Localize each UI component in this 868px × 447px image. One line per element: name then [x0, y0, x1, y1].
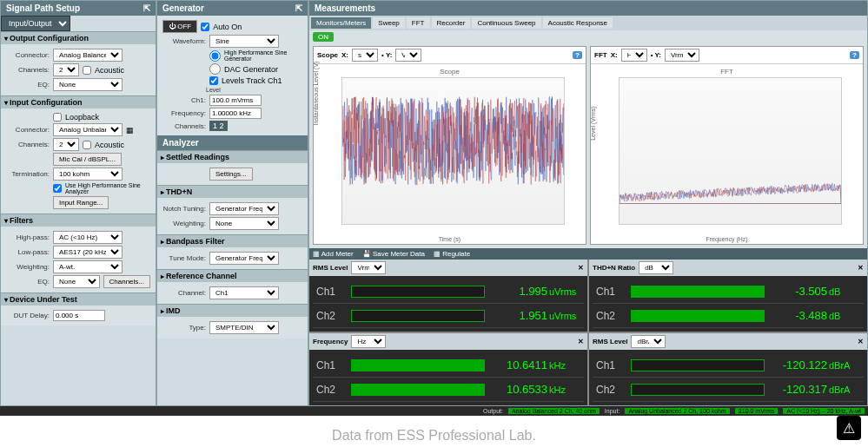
meter-bar [351, 310, 485, 322]
output-config-header[interactable]: Output Configuration [1, 31, 156, 44]
meter-unit: uVrms [549, 311, 584, 321]
mic-cal-button[interactable]: Mic Cal / dBSPL... [53, 153, 122, 166]
thdn-header[interactable]: THD+N [157, 185, 308, 198]
wt-label: Weighting: [6, 263, 50, 271]
in-connector-label: Connector: [6, 126, 50, 134]
out-connector-select[interactable]: Analog Balanced [53, 49, 123, 62]
meter-value: -120.317 [768, 383, 829, 396]
dac-label: DAC Generator [224, 65, 278, 74]
filters-header[interactable]: Filters [1, 214, 156, 227]
levels-track-check[interactable] [209, 76, 218, 85]
scope-chart-title: Scope [317, 68, 582, 76]
loopback-check[interactable] [53, 113, 62, 122]
feq-select[interactable]: None [53, 275, 100, 288]
meter-ch-label: Ch2 [593, 384, 627, 396]
hp-select[interactable]: AC (<10 Hz) [53, 231, 123, 244]
out-eq-select[interactable]: None [53, 78, 123, 91]
notch-select[interactable]: Generator Frequency [209, 202, 279, 215]
meter-ch-label: Ch1 [593, 359, 627, 371]
meter-rms2-unit[interactable]: dBrA [631, 335, 666, 348]
thdn-wt-select[interactable]: None [209, 217, 279, 230]
help-icon[interactable]: ? [573, 51, 582, 59]
io-mode-select[interactable]: Input/Output [1, 16, 70, 31]
tab-monitors[interactable]: Monitors/Meters [311, 17, 371, 29]
imd-type-select[interactable]: SMPTE/DIN [209, 321, 279, 334]
tab-sweep[interactable]: Sweep [373, 17, 404, 29]
ref-ch-select[interactable]: Ch1 [209, 286, 279, 299]
hpa-check[interactable] [53, 184, 62, 193]
measurements-panel: Measurements Monitors/Meters Sweep FFT R… [308, 0, 868, 406]
out-channels-label: Channels: [6, 66, 50, 74]
popout-icon[interactable]: ⇱ [295, 3, 302, 13]
dut-delay-input[interactable] [53, 310, 105, 321]
waveform-select[interactable]: Sine [209, 35, 279, 48]
alert-icon[interactable]: ⚠ [837, 416, 861, 440]
input-range-button[interactable]: Input Range... [53, 196, 109, 209]
hp-sine-radio[interactable] [209, 50, 221, 62]
meter-unit: kHz [549, 360, 584, 371]
gen-freq-input[interactable] [209, 108, 262, 119]
generator-panel: Generator⇱ ⏻ OFFAuto On Waveform:Sine Hi… [156, 0, 308, 406]
close-icon[interactable]: ✕ [858, 338, 864, 345]
app-window: Signal Path Setup ⇱ Input/Output Output … [0, 0, 868, 406]
in-channels-select[interactable]: 2 [53, 138, 79, 151]
meter-rms-unit[interactable]: Vrms [351, 261, 386, 274]
gen-channels-label: Channels: [162, 122, 206, 130]
meter-rms: RMS LevelVrms✕ Ch11.995uVrms Ch21.951uVr… [309, 260, 587, 332]
meter-unit: dB [829, 286, 864, 297]
meter-freq-unit[interactable]: Hz [351, 335, 386, 348]
meter-value: 10.6533 [488, 383, 549, 396]
out-channels-select[interactable]: 2 [53, 63, 79, 76]
help-icon[interactable]: ? [850, 51, 859, 59]
tab-fft[interactable]: FFT [407, 17, 430, 29]
imd-header[interactable]: IMD [157, 304, 308, 317]
wt-select[interactable]: A-wt. [53, 260, 123, 273]
close-icon[interactable]: ✕ [858, 264, 864, 272]
close-icon[interactable]: ✕ [578, 264, 584, 272]
fft-y-select[interactable]: Vrms [665, 49, 699, 62]
scope-ylabel: Instantaneous Level (V) [313, 61, 319, 125]
gen-ch1-input[interactable] [209, 95, 262, 106]
scope-plot[interactable] [341, 77, 565, 225]
popout-icon[interactable]: ⇱ [143, 3, 150, 13]
meter-thdn-unit[interactable]: dB [639, 261, 673, 274]
save-meter-button[interactable]: 💾 Save Meter Data [362, 250, 425, 258]
fft-x-select[interactable]: Hz [621, 49, 647, 62]
dac-radio[interactable] [209, 63, 221, 75]
dut-header[interactable]: Device Under Test [1, 293, 156, 306]
status-bar: Output: Analog Balanced 2 Ch, 40 ohm Inp… [0, 406, 868, 416]
close-icon[interactable]: ✕ [578, 338, 584, 345]
lp-select[interactable]: AES17 (20 kHz) [53, 246, 123, 259]
charts-row: Scope X: s • Y: V? Scope Time (s) Instan… [309, 43, 867, 248]
ref-header[interactable]: Reference Channel [157, 269, 308, 282]
levels-track-label: Levels Track Ch1 [222, 76, 282, 85]
regulate-button[interactable]: ▦ Regulate [434, 250, 470, 258]
output-config-body: Connector:Analog Balanced Channels:2Acou… [1, 44, 156, 95]
tab-recorder[interactable]: Recorder [432, 17, 471, 29]
settled-header[interactable]: Settled Readings [157, 150, 308, 163]
meter-bar [631, 384, 765, 396]
settings-button[interactable]: Settings... [209, 168, 253, 181]
tab-acoustic[interactable]: Acoustic Response [543, 17, 613, 29]
hpa-label: Use High Performance Sine Analyzer [65, 182, 150, 194]
in-acoustic-check[interactable] [83, 141, 91, 149]
input-config-header[interactable]: Input Configuration [1, 95, 156, 108]
auto-on-check[interactable] [201, 23, 209, 31]
scope-y-select[interactable]: V [395, 49, 421, 62]
tune-select[interactable]: Generator Frequency [209, 252, 279, 265]
in-connector-select[interactable]: Analog Unbalanced [53, 123, 123, 136]
bandpass-header[interactable]: Bandpass Filter [157, 234, 308, 247]
tab-cont-sweep[interactable]: Continuous Sweep [472, 17, 540, 29]
add-meter-button[interactable]: ▦ Add Meter [313, 250, 354, 258]
channels-button[interactable]: Channels... [103, 275, 150, 288]
on-button[interactable]: ON [313, 32, 334, 42]
channel-buttons[interactable]: 1 2 [209, 121, 228, 131]
termination-select[interactable]: 100 kohm [53, 168, 123, 181]
tune-label: Tune Mode: [162, 254, 206, 262]
out-acoustic-check[interactable] [83, 66, 91, 75]
meter-unit: dBrA [829, 385, 864, 395]
fft-plot[interactable] [619, 77, 842, 225]
scope-x-select[interactable]: s [352, 49, 378, 62]
connector-icon[interactable]: ▦ [126, 126, 134, 135]
gen-off-button[interactable]: ⏻ OFF [162, 20, 197, 33]
